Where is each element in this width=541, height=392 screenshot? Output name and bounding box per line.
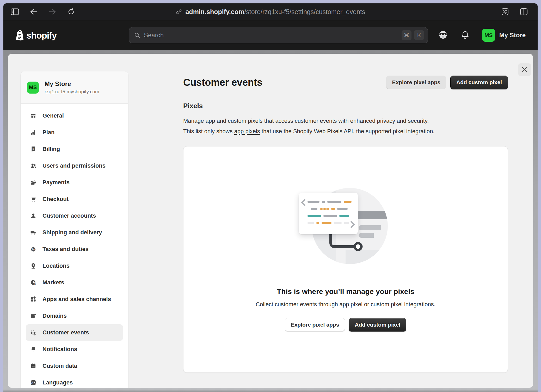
- k-key-badge: K: [414, 30, 424, 40]
- page-settings-icon[interactable]: [501, 7, 509, 16]
- customer-accounts-icon: [30, 212, 37, 219]
- url-host: admin.shopify.com: [185, 8, 244, 15]
- store-name-label: My Store: [499, 32, 526, 39]
- pixels-illustration: [293, 187, 398, 268]
- custom-data-icon: [30, 363, 37, 369]
- settings-sidebar: MS My Store rzq1xu-f5.myshopify.com Gene…: [20, 71, 128, 388]
- pixels-heading: Pixels: [183, 102, 203, 110]
- sidekick-icon[interactable]: [438, 30, 448, 40]
- sidebar-item-label: Customer events: [42, 329, 89, 336]
- add-custom-pixel-button[interactable]: Add custom pixel: [450, 76, 508, 89]
- store-menu[interactable]: MS My Store: [482, 29, 526, 42]
- sidebar-item-label: Apps and sales channels: [42, 296, 111, 303]
- page-title: Customer events: [183, 77, 262, 88]
- cmd-key-badge: ⌘: [402, 30, 411, 40]
- checkout-icon: [30, 196, 37, 203]
- sidebar-item-locations[interactable]: Locations: [26, 258, 123, 274]
- sidebar-item-billing[interactable]: $Billing: [26, 141, 123, 157]
- sidebar-store-name: My Store: [45, 80, 99, 88]
- sidebar-item-shipping-and-delivery[interactable]: Shipping and delivery: [26, 224, 123, 241]
- notifications-bell-icon[interactable]: [461, 30, 470, 40]
- sidebar-item-customer-accounts[interactable]: Customer accounts: [26, 207, 123, 224]
- store-icon: [30, 112, 37, 119]
- reload-icon[interactable]: [67, 7, 76, 16]
- sidebar-item-custom-data[interactable]: Custom data: [26, 358, 123, 374]
- sidebar-item-general[interactable]: General: [26, 107, 123, 124]
- svg-text:$: $: [34, 282, 36, 285]
- back-icon[interactable]: [29, 7, 38, 16]
- browser-window: admin.shopify.com/store/rzq1xu-f5/settin…: [3, 3, 538, 392]
- plan-icon: [30, 129, 37, 136]
- sidebar-store-avatar: MS: [27, 82, 39, 94]
- sidebar-item-label: Notifications: [42, 346, 77, 353]
- notifications-icon: [30, 346, 37, 353]
- empty-add-custom-pixel-button[interactable]: Add custom pixel: [349, 318, 406, 332]
- empty-state-heading: This is where you’ll manage your pixels: [183, 287, 508, 296]
- browser-toolbar: admin.shopify.com/store/rzq1xu-f5/settin…: [3, 3, 538, 20]
- sidebar-toggle-icon[interactable]: [10, 7, 19, 16]
- pixels-empty-state-card: This is where you’ll manage your pixels …: [183, 146, 508, 373]
- settings-modal: MS My Store rzq1xu-f5.myshopify.com Gene…: [8, 54, 533, 388]
- customer-events-icon: [30, 329, 37, 336]
- payments-icon: [30, 179, 37, 186]
- sidebar-item-apps-and-sales-channels[interactable]: Apps and sales channels: [26, 291, 123, 308]
- taxes-icon: %: [30, 246, 37, 253]
- search-bar[interactable]: ⌘ K: [129, 27, 428, 43]
- languages-icon: A: [30, 379, 37, 386]
- explore-pixel-apps-button[interactable]: Explore pixel apps: [386, 76, 446, 89]
- shipping-icon: [30, 229, 37, 236]
- shopify-wordmark: shopify: [26, 30, 57, 40]
- sidebar-item-markets[interactable]: $Markets: [26, 274, 123, 291]
- forward-icon[interactable]: [48, 7, 57, 16]
- sidebar-store-domain: rzq1xu-f5.myshopify.com: [45, 89, 99, 95]
- sidebar-item-domains[interactable]: Domains: [26, 308, 123, 324]
- code-card: [299, 193, 358, 234]
- sidebar-item-label: General: [42, 112, 64, 119]
- sidebar-item-languages[interactable]: ALanguages: [26, 374, 123, 388]
- search-icon: [134, 32, 140, 38]
- sidebar-item-label: Shipping and delivery: [42, 229, 102, 236]
- sidebar-store-card[interactable]: MS My Store rzq1xu-f5.myshopify.com: [21, 71, 128, 104]
- billing-icon: $: [30, 146, 37, 152]
- link-icon: [176, 9, 182, 15]
- sidebar-item-label: Custom data: [42, 363, 77, 369]
- sidebar-item-payments[interactable]: Payments: [26, 174, 123, 191]
- sidebar-item-label: Locations: [42, 262, 70, 269]
- settings-nav: GeneralPlan$BillingUsers and permissions…: [21, 104, 128, 388]
- sidebar-item-label: Customer accounts: [42, 212, 96, 219]
- url-path: /store/rzq1xu-f5/settings/customer_event…: [244, 8, 365, 15]
- sidebar-item-label: Payments: [42, 179, 70, 186]
- sidebar-item-checkout[interactable]: Checkout: [26, 191, 123, 207]
- sidebar-item-plan[interactable]: Plan: [26, 124, 123, 141]
- sidebar-item-label: Checkout: [42, 196, 69, 203]
- store-avatar: MS: [482, 29, 495, 42]
- sidebar-item-customer-events[interactable]: Customer events: [26, 324, 123, 341]
- url-bar[interactable]: admin.shopify.com/store/rzq1xu-f5/settin…: [176, 3, 365, 20]
- locations-icon: [30, 262, 37, 269]
- domains-icon: [30, 313, 37, 319]
- search-input[interactable]: [144, 32, 399, 39]
- sidebar-item-label: Languages: [42, 379, 73, 386]
- pixels-description: Manage app and custom pixels that access…: [183, 116, 434, 137]
- sidebar-item-label: Markets: [42, 279, 64, 286]
- empty-explore-pixel-apps-button[interactable]: Explore pixel apps: [285, 318, 345, 332]
- close-button[interactable]: [518, 63, 531, 76]
- sidebar-item-notifications[interactable]: Notifications: [26, 341, 123, 358]
- sidebar-item-users-and-permissions[interactable]: Users and permissions: [26, 157, 123, 174]
- app-pixels-link[interactable]: app pixels: [234, 128, 260, 134]
- sidebar-item-taxes-and-duties[interactable]: %Taxes and duties: [26, 241, 123, 258]
- settings-backdrop: MS My Store rzq1xu-f5.myshopify.com Gene…: [3, 50, 538, 392]
- pixels-description-line2: This list only shows app pixels that use…: [183, 126, 434, 137]
- sidebar-item-label: Users and permissions: [42, 162, 106, 169]
- shopify-logo: shopify: [15, 30, 57, 41]
- sidebar-item-label: Taxes and duties: [42, 246, 89, 253]
- svg-text:A: A: [32, 381, 34, 384]
- pixels-description-line1: Manage app and custom pixels that access…: [183, 116, 434, 126]
- sidebar-item-label: Billing: [42, 146, 60, 152]
- shopify-bag-icon: [15, 30, 24, 41]
- sidebar-item-label: Plan: [42, 129, 54, 136]
- svg-text:$: $: [33, 147, 34, 150]
- split-view-icon[interactable]: [519, 7, 528, 16]
- empty-state-subtext: Collect customer events through app pixe…: [183, 301, 508, 308]
- admin-header: shopify ⌘ K: [3, 20, 538, 50]
